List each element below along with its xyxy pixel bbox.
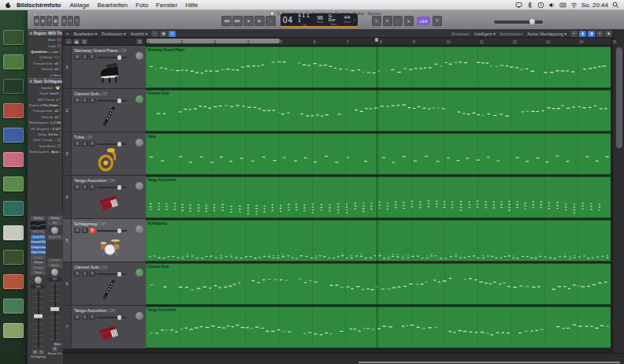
- midi-region-tuba[interactable]: Tuba: [146, 133, 611, 175]
- insert-slot[interactable]: Channel EQ: [31, 240, 46, 245]
- insert-slot[interactable]: Compressor: [31, 245, 46, 250]
- track-header-4[interactable]: 4Tango Accordion | OffMSR: [63, 176, 146, 219]
- track-header-7[interactable]: 7Tango Accordion | OffMSR: [63, 306, 146, 349]
- stop-button[interactable]: ■: [243, 16, 254, 26]
- midi-region-steinway-grand-piano[interactable]: Steinway Grand Piano: [146, 46, 611, 88]
- group-slot[interactable]: Gruppe: [47, 258, 62, 263]
- track-header-2[interactable]: 2Clarinet Solo | OffMSR: [63, 89, 146, 132]
- midi-region-tango-accordion[interactable]: Tango Accordion: [146, 306, 611, 348]
- inspector-toggle-button[interactable]: ◉: [40, 16, 46, 26]
- track-header-6[interactable]: 6Clarinet Solo | OffMSR: [63, 262, 146, 306]
- eq-slot[interactable]: EQ: [47, 221, 62, 226]
- strip-solo-button[interactable]: S: [39, 350, 44, 355]
- desktop-file-icon[interactable]: [3, 274, 24, 289]
- left-click-tool-button[interactable]: ∕: [151, 31, 158, 37]
- toolbar-menu-funktionen[interactable]: Funktionen ▾: [102, 32, 125, 36]
- track-volume-slider[interactable]: [97, 273, 127, 276]
- track-volume-slider[interactable]: [97, 230, 127, 232]
- track-zoom-button[interactable]: ⊡: [136, 39, 143, 44]
- display-icon[interactable]: [515, 2, 522, 9]
- desktop-file-icon[interactable]: [3, 103, 24, 118]
- editors-toggle-button[interactable]: ✂: [74, 16, 80, 26]
- inspector-row[interactable]: Velocity:±0▴▾: [28, 66, 62, 72]
- link-mode-button[interactable]: ◆: [605, 31, 612, 37]
- playhead-line[interactable]: [377, 46, 377, 349]
- track-volume-slider[interactable]: [97, 100, 127, 102]
- lcd-menu-caret[interactable]: ▾: [354, 18, 355, 22]
- keyboard-icon[interactable]: [559, 2, 566, 9]
- inspector-row[interactable]: Loop:: [28, 43, 62, 48]
- inspector-row[interactable]: Q-Swing:50%: [28, 54, 62, 60]
- spotlight-search-icon[interactable]: [612, 2, 619, 9]
- playhead-marker[interactable]: [375, 38, 378, 42]
- quick-help-button[interactable]: ?: [46, 16, 52, 26]
- strip-mute-button[interactable]: M: [52, 347, 58, 351]
- menu-app-name[interactable]: Bildschirmfoto: [17, 2, 61, 9]
- zoom-menu-button[interactable]: ▾: [596, 31, 604, 37]
- menu-item-fenster[interactable]: Fenster: [156, 2, 177, 9]
- inspector-row[interactable]: Velocity:±0▴▾: [28, 114, 62, 120]
- bluetooth-icon[interactable]: [526, 2, 533, 9]
- master-volume-slider[interactable]: [494, 20, 543, 24]
- strip-knob[interactable]: [51, 227, 58, 234]
- bar-ruler[interactable]: 123456789101112131415: [146, 38, 611, 46]
- crosshair-tool-button[interactable]: +: [570, 31, 578, 37]
- track-header-5[interactable]: 5Schlagzeug | OffMSR: [63, 219, 146, 262]
- cycle-button[interactable]: ↻: [372, 16, 381, 26]
- menu-clock[interactable]: So. 20:44: [581, 2, 608, 9]
- midi-fx-slot[interactable]: MIDI-FX: [31, 230, 46, 235]
- forward-button[interactable]: ▶▶: [232, 16, 243, 26]
- inspector-row[interactable]: MIDI-Kanal:1▴▾: [28, 97, 62, 102]
- horizontal-scrollbar-thumb[interactable]: [358, 362, 620, 363]
- horizontal-scrollbar[interactable]: [63, 353, 624, 364]
- insert-slot[interactable]: Drum Kit: [31, 235, 46, 240]
- inspector-checkbox[interactable]: [58, 144, 61, 147]
- strip-knob[interactable]: [35, 277, 42, 284]
- stepper-icon[interactable]: ▴▾: [59, 114, 61, 119]
- lcd-display[interactable]: 04 4 1 1 1 Takt 96 Tempo G-Dur Tonart 4/…: [280, 13, 358, 28]
- command-click-tool-button[interactable]: ▣: [160, 31, 167, 37]
- track-volume-slider[interactable]: [97, 143, 127, 146]
- inspector-row[interactable]: ▸ Mehr: [28, 72, 62, 77]
- scroll-to-selection-button[interactable]: ◨: [588, 31, 595, 37]
- channel-fader[interactable]: [47, 282, 62, 342]
- metronome-button[interactable]: ▲: [404, 16, 414, 26]
- group-slot[interactable]: Gruppe: [31, 266, 46, 270]
- stepper-icon[interactable]: ▴▾: [59, 132, 61, 136]
- global-solo-button[interactable]: S: [81, 39, 87, 44]
- channel-fader[interactable]: [31, 289, 46, 349]
- inspector-checkbox[interactable]: [58, 139, 61, 142]
- menu-item-foto[interactable]: Foto: [136, 2, 148, 9]
- toolbar-menu-bearbeiten[interactable]: Bearbeiten ▾: [73, 32, 97, 36]
- volume-icon[interactable]: [548, 2, 555, 9]
- desktop-file-icon[interactable]: [3, 201, 24, 216]
- wifi-icon[interactable]: [570, 2, 578, 9]
- record-button[interactable]: ●: [266, 16, 276, 26]
- library-toggle-button[interactable]: ▤: [34, 16, 39, 26]
- inspector-section-header[interactable]: ▼ Region: MIDI Thru: [28, 30, 62, 37]
- track-header-3[interactable]: 3Tuba | OffMSR: [63, 132, 146, 176]
- stepper-icon[interactable]: ▴▾: [59, 49, 61, 54]
- master-volume-thumb[interactable]: [529, 19, 535, 24]
- desktop-file-icon[interactable]: [3, 176, 24, 191]
- output-slot[interactable]: Stereo: [31, 261, 46, 266]
- menu-item-bearbeiten[interactable]: Bearbeiten: [97, 2, 128, 9]
- desktop-file-icon[interactable]: [3, 30, 24, 45]
- multiplier-badge[interactable]: x14: [417, 17, 430, 25]
- catch-playhead-button[interactable]: ◫: [169, 31, 176, 37]
- pointer-tool-icon[interactable]: ↖: [66, 32, 69, 36]
- desktop-file-icon[interactable]: [3, 299, 24, 314]
- setting-button[interactable]: Setting: [31, 216, 46, 221]
- clock-icon[interactable]: [537, 2, 544, 9]
- menu-item-hilfe[interactable]: Hilfe: [185, 2, 198, 9]
- add-track-button[interactable]: +: [65, 39, 72, 44]
- marquee-tool-button[interactable]: ▮: [579, 31, 586, 37]
- vertical-scrollbar-thumb[interactable]: [616, 47, 622, 148]
- desktop-file-icon[interactable]: [3, 225, 24, 240]
- inspector-row[interactable]: Transposition:±0▴▾: [28, 61, 62, 66]
- automation-mode-button[interactable]: Read: [47, 263, 62, 268]
- snap-dropdown[interactable]: Intelligent ▾: [474, 32, 496, 36]
- drag-dropdown[interactable]: Keine Überlappung ▾: [528, 32, 567, 36]
- send-slot[interactable]: Send: [31, 255, 46, 260]
- desktop-file-icon[interactable]: [3, 128, 24, 143]
